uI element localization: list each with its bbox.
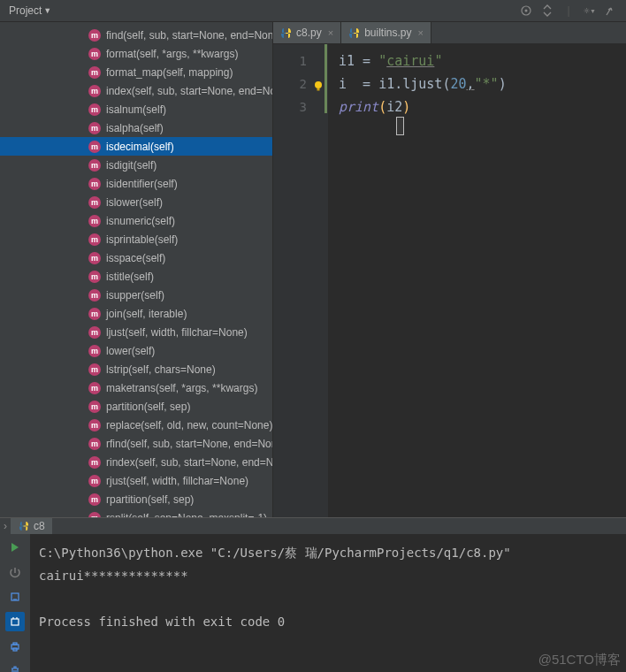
project-selector[interactable]: Project ▼ <box>4 3 57 19</box>
collapse-icon[interactable] <box>541 4 553 17</box>
scroll-up-button[interactable] <box>5 587 25 607</box>
structure-item-label: format_map(self, mapping) <box>106 66 233 79</box>
divider: | <box>562 4 575 17</box>
structure-item[interactable]: mformat_map(self, mapping) <box>0 63 272 81</box>
structure-item[interactable]: mrjust(self, width, fillchar=None) <box>0 471 272 490</box>
structure-item[interactable]: mmaketrans(self, *args, **kwargs) <box>0 378 272 397</box>
close-icon[interactable]: × <box>328 27 333 38</box>
structure-item[interactable]: mrpartition(self, sep) <box>0 490 272 508</box>
structure-item-label: replace(self, old, new, count=None) <box>106 419 272 431</box>
python-file-icon <box>18 521 29 532</box>
tab-c8[interactable]: c8.py × <box>273 22 341 43</box>
method-icon: m <box>88 401 101 413</box>
structure-item-label: isspace(self) <box>106 252 165 264</box>
structure-item[interactable]: mrfind(self, sub, start=None, end=None) <box>0 434 272 453</box>
structure-item-label: maketrans(self, *args, **kwargs) <box>106 382 257 394</box>
method-icon: m <box>88 215 101 227</box>
line-gutter: 1 2 3 <box>273 44 328 517</box>
structure-item[interactable]: mjoin(self, iterable) <box>0 304 272 323</box>
method-icon: m <box>88 196 101 209</box>
run-tool-window: › c8 <box>0 517 626 672</box>
structure-item[interactable]: misalnum(self) <box>0 100 272 118</box>
method-icon: m <box>88 141 101 153</box>
structure-item-label: isnumeric(self) <box>106 215 175 227</box>
structure-item[interactable]: mformat(self, *args, **kwargs) <box>0 44 272 63</box>
structure-item-label: isalnum(self) <box>106 103 166 116</box>
console-output[interactable]: C:\Python36\python.exe "C:/Users/蔡 瑞/Pyc… <box>30 534 626 672</box>
print-button[interactable] <box>5 637 25 656</box>
hide-icon[interactable] <box>605 4 617 17</box>
structure-item-label: format(self, *args, **kwargs) <box>106 48 238 60</box>
structure-item[interactable]: mlstrip(self, chars=None) <box>0 360 272 378</box>
structure-item[interactable]: mrsplit(self, sep=None, maxsplit=-1) <box>0 508 272 517</box>
structure-item-label: lower(self) <box>106 345 155 357</box>
method-icon: m <box>88 512 101 518</box>
svg-point-3 <box>315 81 322 88</box>
structure-item-label: istitle(self) <box>106 271 154 283</box>
method-icon: m <box>88 326 101 339</box>
structure-item[interactable]: misspace(self) <box>0 248 272 267</box>
structure-item-label: lstrip(self, chars=None) <box>106 363 216 376</box>
structure-item[interactable]: mrindex(self, sub, start=None, end=None) <box>0 453 272 471</box>
structure-item[interactable]: misalpha(self) <box>0 118 272 137</box>
stop-button[interactable] <box>5 562 25 582</box>
structure-item[interactable]: mfind(self, sub, start=None, end=None) <box>0 26 272 44</box>
soft-wrap-button[interactable] <box>5 612 25 631</box>
method-icon: m <box>88 85 101 97</box>
intention-bulb-icon[interactable] <box>312 76 324 88</box>
structure-item[interactable]: mlower(self) <box>0 341 272 360</box>
structure-item[interactable]: mindex(self, sub, start=None, end=None) <box>0 81 272 100</box>
structure-item-label: isupper(self) <box>106 289 164 302</box>
structure-panel: mfind(self, sub, start=None, end=None)mf… <box>0 22 273 517</box>
svg-rect-6 <box>11 619 19 625</box>
trash-button[interactable] <box>5 661 25 672</box>
editor-tabs: c8.py × builtins.py × <box>273 22 626 44</box>
method-icon: m <box>88 382 101 394</box>
code-area[interactable]: i1 = "cairui" i2 = i1.ljust(20,"*") prin… <box>328 44 626 517</box>
main-toolbar: Project ▼ | ▼ <box>0 0 626 22</box>
gear-icon[interactable]: ▼ <box>584 4 596 17</box>
close-icon[interactable]: × <box>418 27 424 38</box>
rerun-button[interactable] <box>5 538 25 557</box>
method-icon: m <box>88 252 101 264</box>
structure-item-label: partition(self, sep) <box>106 401 190 413</box>
method-icon: m <box>88 159 101 172</box>
structure-list: mfind(self, sub, start=None, end=None)mf… <box>0 22 272 517</box>
svg-rect-4 <box>317 88 320 91</box>
structure-item[interactable]: misprintable(self) <box>0 230 272 248</box>
code-line: print(i2) <box>339 95 626 118</box>
structure-item-label: islower(self) <box>106 196 163 209</box>
target-icon[interactable] <box>520 4 532 17</box>
structure-item-label: rindex(self, sub, start=None, end=None) <box>106 456 272 469</box>
method-icon: m <box>88 122 101 134</box>
structure-item-label: rjust(self, width, fillchar=None) <box>106 475 248 487</box>
structure-item[interactable]: mreplace(self, old, new, count=None) <box>0 416 272 434</box>
structure-item[interactable]: misdigit(self) <box>0 156 272 174</box>
tab-builtins[interactable]: builtins.py × <box>341 22 431 43</box>
structure-item[interactable]: mpartition(self, sep) <box>0 397 272 416</box>
python-file-icon <box>280 27 292 39</box>
svg-point-1 <box>525 10 528 12</box>
method-icon: m <box>88 438 101 450</box>
svg-point-2 <box>586 10 588 11</box>
method-icon: m <box>88 271 101 283</box>
structure-item[interactable]: misnumeric(self) <box>0 211 272 230</box>
method-icon: m <box>88 178 101 190</box>
code-editor[interactable]: 1 2 3 i1 = "cairui" i2 = i1.ljust(20,"*"… <box>273 44 626 517</box>
line-number: 3 <box>273 95 328 118</box>
structure-item[interactable]: misidentifier(self) <box>0 174 272 193</box>
method-icon: m <box>88 103 101 116</box>
tab-label: c8.py <box>296 27 322 39</box>
structure-item[interactable]: mistitle(self) <box>0 267 272 286</box>
structure-item[interactable]: misdecimal(self) <box>0 137 272 156</box>
chevron-down-icon: ▼ <box>43 6 51 15</box>
run-config-tab[interactable]: c8 <box>11 518 52 534</box>
code-line: i1 = "cairui" <box>339 50 626 73</box>
python-file-icon <box>348 27 360 39</box>
chevron-down-icon: ▼ <box>590 8 596 14</box>
structure-item[interactable]: mislower(self) <box>0 193 272 211</box>
structure-item[interactable]: mljust(self, width, fillchar=None) <box>0 323 272 341</box>
structure-item-label: isdecimal(self) <box>106 141 174 153</box>
structure-item[interactable]: misupper(self) <box>0 286 272 304</box>
svg-rect-8 <box>13 643 17 645</box>
